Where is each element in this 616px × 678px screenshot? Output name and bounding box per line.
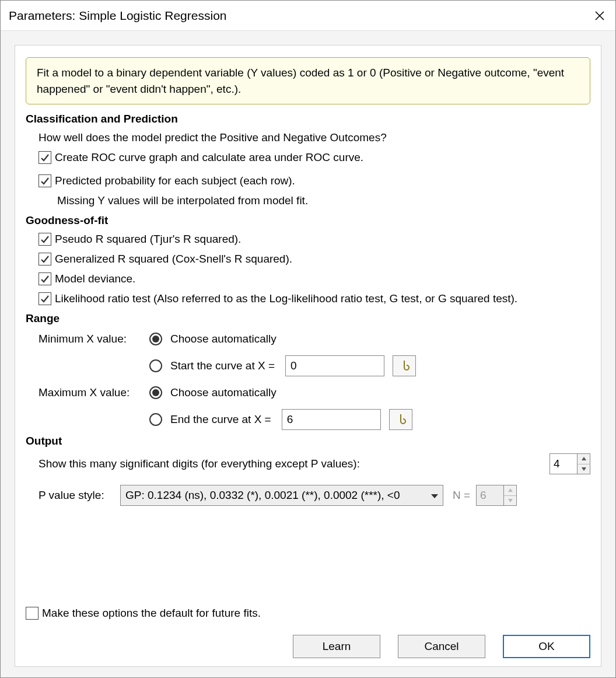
dialog-body: Fit a model to a binary dependent variab… (1, 31, 615, 677)
triangle-up-icon (582, 457, 586, 460)
triangle-down-icon (582, 467, 586, 471)
default-row: Make these options the default for futur… (26, 607, 590, 620)
check-icon (40, 254, 50, 264)
max-x-input[interactable] (282, 409, 381, 430)
check-icon (40, 235, 50, 244)
predicted-sub: Missing Y values will be interpolated fr… (57, 191, 590, 211)
button-bar: Learn Cancel OK (26, 630, 590, 658)
pstyle-dropdown[interactable]: GP: 0.1234 (ns), 0.0332 (*), 0.0021 (**)… (120, 485, 443, 506)
svg-marker-3 (582, 467, 586, 471)
digits-down-button[interactable] (578, 464, 590, 474)
classification-intro: How well does the model predict the Posi… (38, 128, 590, 148)
deviance-row: Model deviance. (38, 269, 590, 289)
main-panel: Fit a model to a binary dependent variab… (15, 45, 601, 667)
svg-marker-4 (431, 494, 438, 498)
min-auto-option: Choose automatically (149, 327, 590, 351)
svg-marker-2 (582, 457, 586, 460)
predicted-row: Predicted probability for each subject (… (38, 171, 590, 191)
check-icon (40, 294, 50, 303)
max-auto-radio[interactable] (149, 386, 162, 399)
cox-label: Generalized R squared (Cox-Snell's R squ… (55, 251, 292, 267)
n-down-button (504, 496, 516, 506)
cancel-button[interactable]: Cancel (398, 635, 485, 658)
deviance-checkbox[interactable] (38, 272, 51, 285)
default-label: Make these options the default for futur… (42, 607, 261, 620)
hook-icon (396, 413, 406, 426)
max-x-label: Maximum X value: (38, 386, 149, 399)
digits-row: Show this many significant digits (for e… (38, 453, 590, 474)
section-header-range: Range (26, 312, 590, 325)
roc-checkbox[interactable] (38, 151, 51, 164)
lrt-checkbox[interactable] (38, 292, 51, 305)
check-icon (40, 274, 50, 284)
chevron-down-icon (431, 489, 438, 502)
roc-label: Create ROC curve graph and calculate are… (55, 150, 363, 165)
info-box: Fit a model to a binary dependent variab… (26, 57, 590, 104)
max-manual-option: End the curve at X = (149, 408, 590, 431)
digits-up-button[interactable] (578, 454, 590, 464)
min-auto-radio[interactable] (149, 333, 162, 345)
n-spinner (476, 485, 517, 506)
n-up-button (504, 485, 516, 496)
cox-checkbox[interactable] (38, 253, 51, 265)
min-manual-option: Start the curve at X = (149, 354, 590, 378)
min-manual-radio[interactable] (149, 359, 162, 372)
n-input (476, 485, 504, 506)
pstyle-label: P value style: (38, 489, 114, 502)
digits-label: Show this many significant digits (for e… (38, 457, 544, 470)
max-auto-option: Choose automatically (149, 381, 590, 404)
digits-spinner[interactable] (550, 453, 590, 474)
section-header-classification: Classification and Prediction (26, 113, 590, 125)
pstyle-value: GP: 0.1234 (ns), 0.0332 (*), 0.0021 (**)… (125, 489, 428, 502)
check-icon (40, 153, 50, 162)
ok-button[interactable]: OK (503, 635, 590, 658)
min-auto-label: Choose automatically (170, 333, 276, 345)
triangle-up-icon (508, 488, 513, 492)
window-title: Parameters: Simple Logistic Regression (9, 9, 227, 23)
learn-button[interactable]: Learn (293, 635, 380, 658)
max-manual-label: End the curve at X = (170, 413, 271, 426)
pvalue-row: P value style: GP: 0.1234 (ns), 0.0332 (… (38, 485, 590, 506)
triangle-down-icon (508, 499, 513, 502)
predicted-label: Predicted probability for each subject (… (55, 173, 295, 188)
range-grid: Minimum X value: Choose automatically St… (38, 327, 590, 431)
roc-row: Create ROC curve graph and calculate are… (38, 148, 590, 167)
min-x-label: Minimum X value: (38, 333, 149, 345)
min-hook-button[interactable] (393, 355, 416, 376)
max-manual-radio[interactable] (149, 413, 162, 426)
close-button[interactable] (592, 8, 607, 23)
title-bar: Parameters: Simple Logistic Regression (1, 1, 615, 31)
max-auto-label: Choose automatically (170, 386, 276, 399)
dialog-window: Parameters: Simple Logistic Regression F… (0, 0, 616, 678)
check-icon (40, 176, 50, 186)
deviance-label: Model deviance. (55, 271, 135, 286)
svg-marker-6 (508, 499, 513, 502)
section-header-output: Output (26, 435, 590, 448)
max-hook-button[interactable] (389, 409, 412, 430)
min-manual-label: Start the curve at X = (170, 359, 275, 372)
default-checkbox[interactable] (26, 607, 38, 620)
n-label: N = (453, 489, 470, 502)
close-icon (594, 11, 605, 21)
min-x-input[interactable] (285, 355, 384, 376)
svg-marker-5 (508, 488, 513, 492)
lrt-row: Likelihood ratio test (Also referred to … (38, 289, 590, 309)
pseudo-label: Pseudo R squared (Tjur's R squared). (55, 232, 241, 247)
hook-icon (399, 359, 410, 372)
cox-row: Generalized R squared (Cox-Snell's R squ… (38, 249, 590, 269)
pseudo-row: Pseudo R squared (Tjur's R squared). (38, 229, 590, 249)
digits-input[interactable] (550, 453, 578, 474)
pseudo-checkbox[interactable] (38, 233, 51, 246)
predicted-checkbox[interactable] (38, 174, 51, 187)
lrt-label: Likelihood ratio test (Also referred to … (55, 291, 517, 306)
section-header-goodness: Goodness-of-fit (26, 214, 590, 227)
